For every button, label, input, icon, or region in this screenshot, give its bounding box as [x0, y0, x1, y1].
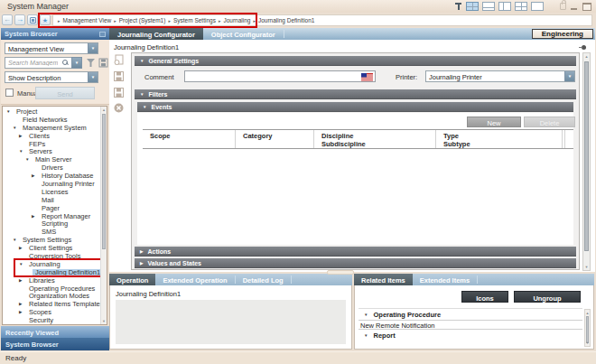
tree-item[interactable]: ▶Related Items Templates	[3, 301, 107, 309]
column-scope[interactable]: Scope	[143, 130, 236, 148]
tab-operation[interactable]: Operation	[109, 274, 155, 285]
scroll-up-icon[interactable]: ▲	[583, 54, 590, 59]
expand-icon[interactable]: ▼	[364, 333, 368, 338]
breadcrumb-item-system-settings[interactable]: System Settings	[173, 17, 216, 23]
layout-quad-button[interactable]	[466, 2, 479, 11]
expand-icon[interactable]: ▼	[6, 108, 14, 117]
expand-icon[interactable]: ▼	[19, 261, 26, 269]
related-items-scrollbar[interactable]: ▲ ▼	[584, 309, 591, 347]
tree-item[interactable]: ▶Clients	[3, 133, 107, 141]
layout-vertical-split-button[interactable]	[498, 2, 511, 11]
breadcrumb-item-project[interactable]: Project (System1)	[119, 17, 166, 23]
scroll-down-icon[interactable]: ▼	[583, 265, 590, 269]
chevron-down-icon[interactable]: ▼	[88, 42, 98, 54]
values-and-states-header[interactable]: ▶ Values and States	[135, 258, 576, 268]
pin-icon[interactable]	[579, 45, 586, 50]
related-items-scrollbar-thumb[interactable]	[586, 316, 589, 343]
discard-icon[interactable]	[113, 102, 125, 114]
expand-icon[interactable]: ▼	[13, 125, 20, 133]
save-all-icon[interactable]	[113, 87, 125, 98]
actions-header[interactable]: ▶ Actions	[135, 247, 576, 257]
tab-extended-items[interactable]: Extended Items	[413, 274, 477, 285]
tab-separator	[291, 275, 292, 284]
scroll-up-icon[interactable]: ▲	[101, 107, 107, 112]
collapse-icon[interactable]: ▶	[19, 277, 26, 285]
collapse-icon[interactable]: ▶	[19, 133, 26, 141]
manual-checkbox[interactable]	[5, 89, 14, 97]
main-scrollbar[interactable]: ▲ ▼	[582, 52, 591, 271]
new-button[interactable]: New	[467, 117, 521, 127]
expand-icon[interactable]: ▼	[19, 148, 26, 156]
collapse-icon[interactable]: ▶	[19, 301, 26, 309]
description-selector[interactable]: Show Description ▼	[5, 71, 98, 83]
filters-header[interactable]: ▼ Filters	[135, 89, 576, 99]
collapse-icon[interactable]: ▶	[32, 213, 39, 221]
tree-item[interactable]: ▼Management System	[3, 125, 107, 133]
tab-object-configurator[interactable]: Object Configurator	[203, 28, 284, 40]
chevron-down-icon[interactable]: ▼	[88, 71, 98, 83]
tree-item[interactable]: FEPs	[3, 141, 107, 149]
icons-button[interactable]: Icons	[461, 291, 508, 303]
breadcrumb-item-management-view[interactable]: Management View	[63, 17, 112, 23]
tab-detailed-log[interactable]: Detailed Log	[236, 274, 291, 285]
tree-item[interactable]: Licenses	[3, 189, 107, 197]
forward-button[interactable]: →	[14, 14, 25, 25]
tree-item[interactable]: ▶Scopes	[3, 309, 107, 317]
tab-related-items[interactable]: Related Items	[354, 274, 413, 285]
recently-viewed-bar[interactable]: Recently Viewed	[1, 326, 109, 338]
tree-scrollbar-thumb[interactable]	[102, 114, 106, 249]
related-item-new-remote-notification[interactable]: New Remote Notification	[359, 320, 582, 330]
minimize-button[interactable]	[570, 3, 579, 11]
ungroup-button[interactable]: Ungroup	[514, 291, 581, 303]
view-selector[interactable]: Management View ▼	[5, 42, 98, 54]
group-report[interactable]: ▼ Report	[359, 330, 582, 341]
tree-item[interactable]: Security	[3, 317, 107, 325]
scroll-up-icon[interactable]: ▲	[585, 311, 590, 315]
layout-grid-button[interactable]	[515, 2, 527, 11]
comment-input[interactable]	[185, 71, 375, 81]
printer-selector[interactable]: Journaling Printer ▼	[425, 70, 575, 82]
filter-icon[interactable]	[86, 58, 96, 68]
panel-pin-icon[interactable]	[99, 32, 106, 37]
events-title: Events	[151, 104, 172, 110]
collapse-icon[interactable]: ▶	[19, 309, 26, 317]
system-browser-bar[interactable]: System Browser	[1, 338, 109, 350]
save-icon[interactable]	[113, 70, 125, 82]
main-scrollbar-thumb[interactable]	[584, 61, 589, 251]
expand-icon[interactable]: ▼	[364, 313, 368, 317]
send-button[interactable]: Send	[35, 87, 95, 99]
group-operating-procedure[interactable]: ▼ Operating Procedure	[359, 309, 582, 320]
back-button[interactable]: ←	[2, 14, 13, 25]
favorites-button[interactable]: ★	[40, 14, 51, 25]
delete-button[interactable]: Delete	[524, 117, 575, 127]
pin-layout-icon[interactable]	[454, 2, 462, 11]
tree-scrollbar[interactable]: ▲ ▼	[100, 107, 107, 324]
tab-journaling-configurator[interactable]: Journaling Configurator	[109, 28, 203, 40]
column-category[interactable]: Category	[236, 130, 314, 148]
layout-single-button[interactable]	[531, 2, 544, 11]
recent-views-button[interactable]	[27, 14, 38, 25]
tab-extended-operation[interactable]: Extended Operation	[155, 274, 234, 285]
general-settings-header[interactable]: ▼ General Settings	[135, 56, 576, 66]
search-input[interactable]	[5, 58, 81, 68]
restore-button[interactable]	[582, 3, 591, 11]
column-discipline[interactable]: DisciplineSubdiscipline	[314, 130, 436, 148]
breadcrumb-item-journaling[interactable]: Journaling	[223, 17, 250, 23]
expand-icon[interactable]: ▼	[13, 237, 20, 245]
events-header[interactable]: ▼ Events	[137, 102, 573, 112]
search-dropdown-icon[interactable]: ▼	[71, 57, 82, 69]
scroll-down-icon[interactable]: ▼	[585, 341, 590, 345]
scroll-down-icon[interactable]: ▼	[101, 319, 107, 323]
collapse-icon[interactable]: ▶	[32, 173, 39, 181]
breadcrumb-item-journaling-definition1[interactable]: Journaling Definition1	[258, 17, 315, 23]
column-type[interactable]: TypeSubtype	[436, 130, 563, 148]
save-filter-icon[interactable]	[98, 58, 108, 68]
engineering-mode-button[interactable]: Engineering	[532, 29, 593, 39]
operation-empty-area	[116, 300, 346, 344]
chevron-down-icon[interactable]: ▼	[564, 70, 575, 82]
panel-splitter-handle[interactable]	[327, 270, 354, 275]
expand-icon[interactable]: ▼	[25, 156, 33, 164]
new-definition-icon[interactable]	[113, 54, 125, 66]
collapse-icon[interactable]: ▶	[19, 245, 26, 253]
layout-horizontal-split-button[interactable]	[482, 2, 495, 11]
